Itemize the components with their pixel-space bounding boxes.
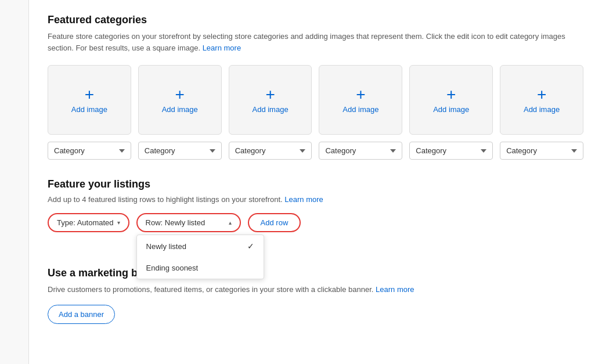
category-select-1[interactable]: Category: [48, 142, 131, 160]
marketing-banner-learn-more[interactable]: Learn more: [376, 285, 414, 294]
image-slot-3[interactable]: + Add image: [229, 65, 312, 135]
checkmark-icon: ✓: [247, 242, 254, 251]
add-image-label-1: Add image: [71, 105, 107, 114]
marketing-banner-section: Use a marketing banner NEW Drive custome…: [48, 267, 583, 324]
image-grid: + Add image + Add image + Add image + Ad…: [48, 65, 583, 135]
category-select-4[interactable]: Category: [319, 142, 402, 160]
category-select-3[interactable]: Category: [229, 142, 312, 160]
plus-icon-4: +: [356, 87, 365, 103]
marketing-banner-description: Drive customers to promotions, featured …: [48, 284, 583, 295]
add-banner-button[interactable]: Add a banner: [48, 305, 115, 324]
featured-categories-title: Featured categories: [48, 14, 583, 26]
featured-categories-description: Feature store categories on your storefr…: [48, 31, 583, 53]
plus-icon-2: +: [175, 87, 185, 103]
plus-icon-1: +: [85, 87, 94, 103]
add-image-label-4: Add image: [343, 105, 378, 114]
chevron-down-icon: ▾: [117, 219, 120, 226]
feature-listings-title: Feature your listings: [48, 178, 583, 190]
main-content: Featured categories Feature store catego…: [29, 0, 602, 364]
type-dropdown-label: Type: Automated: [57, 218, 114, 227]
add-row-button[interactable]: Add row: [248, 213, 301, 232]
banner-header: Use a marketing banner NEW: [48, 267, 583, 279]
sidebar: [0, 0, 29, 364]
plus-icon-6: +: [537, 87, 546, 103]
feature-listings-description: Add up to 4 featured listing rows to hig…: [48, 195, 583, 204]
add-image-label-5: Add image: [433, 105, 469, 114]
plus-icon-3: +: [265, 87, 275, 103]
add-image-label-2: Add image: [162, 105, 198, 114]
add-image-label-3: Add image: [252, 105, 288, 114]
image-slot-2[interactable]: + Add image: [138, 65, 222, 135]
plus-icon-5: +: [446, 87, 456, 103]
add-image-label-6: Add image: [524, 105, 560, 114]
row-dropdown[interactable]: Row: Newly listed ▴: [136, 213, 241, 232]
image-slot-1[interactable]: + Add image: [48, 65, 131, 135]
category-row: Category Category Category Category Cate…: [48, 142, 583, 160]
featured-categories-learn-more[interactable]: Learn more: [203, 44, 241, 52]
category-select-6[interactable]: Category: [500, 142, 583, 160]
dropdown-item-newly-listed[interactable]: Newly listed ✓: [137, 235, 264, 257]
feature-listings-section: Feature your listings Add up to 4 featur…: [48, 178, 583, 232]
dropdown-item-ending-soonest-label: Ending soonest: [146, 264, 199, 272]
image-slot-5[interactable]: + Add image: [409, 65, 493, 135]
image-slot-6[interactable]: + Add image: [500, 65, 583, 135]
image-slot-4[interactable]: + Add image: [319, 65, 402, 135]
chevron-up-icon: ▴: [229, 219, 232, 226]
row-dropdown-menu: Newly listed ✓ Ending soonest: [136, 235, 264, 279]
feature-listings-learn-more[interactable]: Learn more: [284, 195, 323, 204]
category-select-5[interactable]: Category: [409, 142, 493, 160]
row-dropdown-wrapper: Row: Newly listed ▴ Newly listed ✓ Endin…: [136, 213, 241, 232]
dropdown-item-ending-soonest[interactable]: Ending soonest: [137, 257, 264, 279]
category-select-2[interactable]: Category: [138, 142, 222, 160]
dropdown-item-newly-listed-label: Newly listed: [146, 242, 186, 251]
listings-controls: Type: Automated ▾ Row: Newly listed ▴ Ne…: [48, 213, 583, 232]
featured-categories-section: Featured categories Feature store catego…: [48, 14, 583, 160]
type-dropdown[interactable]: Type: Automated ▾: [48, 213, 129, 232]
row-dropdown-label: Row: Newly listed: [146, 218, 206, 227]
